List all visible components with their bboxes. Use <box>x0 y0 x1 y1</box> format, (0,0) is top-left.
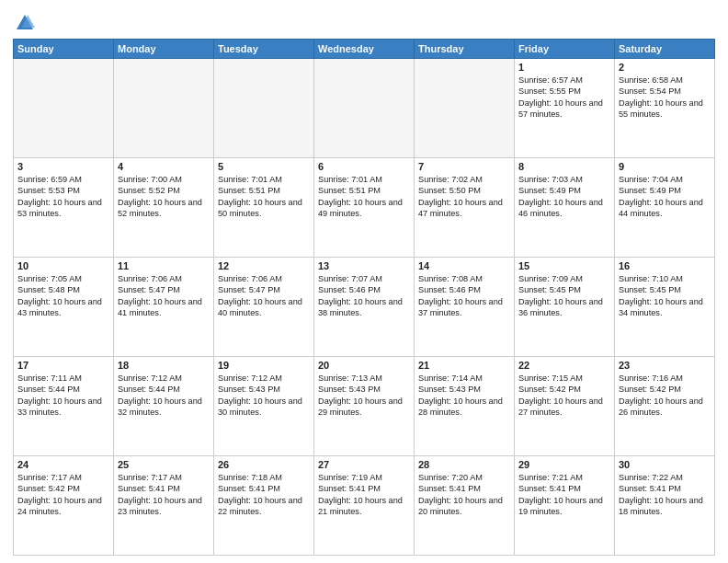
cell-text: Sunrise: 7:12 AMSunset: 5:43 PMDaylight:… <box>218 373 310 419</box>
column-header-monday: Monday <box>114 40 214 59</box>
cell-text: Sunrise: 6:59 AMSunset: 5:53 PMDaylight:… <box>17 174 109 220</box>
calendar-cell: 16Sunrise: 7:10 AMSunset: 5:45 PMDayligh… <box>615 258 715 357</box>
cell-text: Sunrise: 7:18 AMSunset: 5:41 PMDaylight:… <box>218 472 310 518</box>
day-number: 30 <box>619 459 711 470</box>
cell-text: Sunrise: 7:06 AMSunset: 5:47 PMDaylight:… <box>218 273 310 319</box>
day-number: 4 <box>118 161 210 172</box>
cell-text: Sunrise: 7:21 AMSunset: 5:41 PMDaylight:… <box>518 472 610 518</box>
cell-text: Sunrise: 7:08 AMSunset: 5:46 PMDaylight:… <box>418 273 510 319</box>
cell-text: Sunrise: 7:05 AMSunset: 5:48 PMDaylight:… <box>17 273 109 319</box>
cell-text: Sunrise: 7:04 AMSunset: 5:49 PMDaylight:… <box>619 174 711 220</box>
calendar-cell <box>114 59 214 158</box>
calendar-table: SundayMondayTuesdayWednesdayThursdayFrid… <box>13 39 715 556</box>
cell-text: Sunrise: 7:16 AMSunset: 5:42 PMDaylight:… <box>619 373 711 419</box>
header <box>13 9 715 33</box>
cell-text: Sunrise: 7:09 AMSunset: 5:45 PMDaylight:… <box>518 273 610 319</box>
cell-text: Sunrise: 7:22 AMSunset: 5:41 PMDaylight:… <box>619 472 711 518</box>
cell-text: Sunrise: 7:20 AMSunset: 5:41 PMDaylight:… <box>418 472 510 518</box>
cell-text: Sunrise: 7:10 AMSunset: 5:45 PMDaylight:… <box>619 273 711 319</box>
column-header-sunday: Sunday <box>14 40 114 59</box>
cell-text: Sunrise: 6:57 AMSunset: 5:55 PMDaylight:… <box>518 75 610 121</box>
day-number: 18 <box>118 360 210 371</box>
calendar-cell: 12Sunrise: 7:06 AMSunset: 5:47 PMDayligh… <box>214 258 314 357</box>
calendar-week-1: 1Sunrise: 6:57 AMSunset: 5:55 PMDaylight… <box>14 59 715 158</box>
day-number: 28 <box>418 459 510 470</box>
cell-text: Sunrise: 7:07 AMSunset: 5:46 PMDaylight:… <box>318 273 410 319</box>
day-number: 3 <box>17 161 109 172</box>
calendar-cell: 21Sunrise: 7:14 AMSunset: 5:43 PMDayligh… <box>415 357 515 456</box>
cell-text: Sunrise: 7:01 AMSunset: 5:51 PMDaylight:… <box>218 174 310 220</box>
calendar-cell: 29Sunrise: 7:21 AMSunset: 5:41 PMDayligh… <box>515 456 615 556</box>
calendar-cell: 13Sunrise: 7:07 AMSunset: 5:46 PMDayligh… <box>314 258 415 357</box>
calendar-cell: 14Sunrise: 7:08 AMSunset: 5:46 PMDayligh… <box>415 258 515 357</box>
day-number: 25 <box>118 459 210 470</box>
cell-text: Sunrise: 7:06 AMSunset: 5:47 PMDaylight:… <box>118 273 210 319</box>
calendar-cell: 18Sunrise: 7:12 AMSunset: 5:44 PMDayligh… <box>114 357 214 456</box>
calendar-cell: 22Sunrise: 7:15 AMSunset: 5:42 PMDayligh… <box>515 357 615 456</box>
calendar-cell: 20Sunrise: 7:13 AMSunset: 5:43 PMDayligh… <box>314 357 415 456</box>
cell-text: Sunrise: 7:19 AMSunset: 5:41 PMDaylight:… <box>318 472 410 518</box>
cell-text: Sunrise: 7:14 AMSunset: 5:43 PMDaylight:… <box>418 373 510 419</box>
calendar-cell: 6Sunrise: 7:01 AMSunset: 5:51 PMDaylight… <box>314 158 415 258</box>
day-number: 24 <box>17 459 109 470</box>
cell-text: Sunrise: 7:02 AMSunset: 5:50 PMDaylight:… <box>418 174 510 220</box>
day-number: 2 <box>619 62 711 73</box>
cell-text: Sunrise: 7:17 AMSunset: 5:42 PMDaylight:… <box>17 472 109 518</box>
day-number: 8 <box>518 161 610 172</box>
day-number: 14 <box>418 260 510 271</box>
calendar-cell: 10Sunrise: 7:05 AMSunset: 5:48 PMDayligh… <box>14 258 114 357</box>
day-number: 13 <box>318 260 410 271</box>
cell-text: Sunrise: 7:13 AMSunset: 5:43 PMDaylight:… <box>318 373 410 419</box>
day-number: 22 <box>518 360 610 371</box>
calendar-cell <box>214 59 314 158</box>
calendar-cell: 30Sunrise: 7:22 AMSunset: 5:41 PMDayligh… <box>615 456 715 556</box>
day-number: 10 <box>17 260 109 271</box>
calendar-cell: 28Sunrise: 7:20 AMSunset: 5:41 PMDayligh… <box>415 456 515 556</box>
day-number: 17 <box>17 360 109 371</box>
calendar-cell: 24Sunrise: 7:17 AMSunset: 5:42 PMDayligh… <box>14 456 114 556</box>
day-number: 7 <box>418 161 510 172</box>
cell-text: Sunrise: 6:58 AMSunset: 5:54 PMDaylight:… <box>619 75 711 121</box>
calendar-cell: 25Sunrise: 7:17 AMSunset: 5:41 PMDayligh… <box>114 456 214 556</box>
calendar-cell: 11Sunrise: 7:06 AMSunset: 5:47 PMDayligh… <box>114 258 214 357</box>
calendar-cell: 1Sunrise: 6:57 AMSunset: 5:55 PMDaylight… <box>515 59 615 158</box>
calendar-cell: 8Sunrise: 7:03 AMSunset: 5:49 PMDaylight… <box>515 158 615 258</box>
logo <box>13 13 35 33</box>
column-header-friday: Friday <box>515 40 615 59</box>
column-header-saturday: Saturday <box>615 40 715 59</box>
calendar-cell <box>415 59 515 158</box>
day-number: 1 <box>518 62 610 73</box>
calendar-cell: 17Sunrise: 7:11 AMSunset: 5:44 PMDayligh… <box>14 357 114 456</box>
day-number: 16 <box>619 260 711 271</box>
cell-text: Sunrise: 7:00 AMSunset: 5:52 PMDaylight:… <box>118 174 210 220</box>
logo-icon <box>15 13 35 33</box>
day-number: 19 <box>218 360 310 371</box>
calendar-cell: 9Sunrise: 7:04 AMSunset: 5:49 PMDaylight… <box>615 158 715 258</box>
cell-text: Sunrise: 7:11 AMSunset: 5:44 PMDaylight:… <box>17 373 109 419</box>
column-header-tuesday: Tuesday <box>214 40 314 59</box>
day-number: 11 <box>118 260 210 271</box>
day-number: 5 <box>218 161 310 172</box>
calendar-cell: 27Sunrise: 7:19 AMSunset: 5:41 PMDayligh… <box>314 456 415 556</box>
calendar-week-3: 10Sunrise: 7:05 AMSunset: 5:48 PMDayligh… <box>14 258 715 357</box>
calendar-cell: 23Sunrise: 7:16 AMSunset: 5:42 PMDayligh… <box>615 357 715 456</box>
calendar-cell: 2Sunrise: 6:58 AMSunset: 5:54 PMDaylight… <box>615 59 715 158</box>
calendar-cell: 26Sunrise: 7:18 AMSunset: 5:41 PMDayligh… <box>214 456 314 556</box>
day-number: 23 <box>619 360 711 371</box>
column-header-thursday: Thursday <box>415 40 515 59</box>
calendar-cell: 15Sunrise: 7:09 AMSunset: 5:45 PMDayligh… <box>515 258 615 357</box>
cell-text: Sunrise: 7:01 AMSunset: 5:51 PMDaylight:… <box>318 174 410 220</box>
day-number: 20 <box>318 360 410 371</box>
calendar-cell: 4Sunrise: 7:00 AMSunset: 5:52 PMDaylight… <box>114 158 214 258</box>
cell-text: Sunrise: 7:17 AMSunset: 5:41 PMDaylight:… <box>118 472 210 518</box>
cell-text: Sunrise: 7:15 AMSunset: 5:42 PMDaylight:… <box>518 373 610 419</box>
day-number: 21 <box>418 360 510 371</box>
calendar-cell <box>314 59 415 158</box>
calendar-cell <box>14 59 114 158</box>
cell-text: Sunrise: 7:12 AMSunset: 5:44 PMDaylight:… <box>118 373 210 419</box>
day-number: 12 <box>218 260 310 271</box>
cell-text: Sunrise: 7:03 AMSunset: 5:49 PMDaylight:… <box>518 174 610 220</box>
calendar-week-2: 3Sunrise: 6:59 AMSunset: 5:53 PMDaylight… <box>14 158 715 258</box>
calendar-cell: 3Sunrise: 6:59 AMSunset: 5:53 PMDaylight… <box>14 158 114 258</box>
calendar-week-5: 24Sunrise: 7:17 AMSunset: 5:42 PMDayligh… <box>14 456 715 556</box>
